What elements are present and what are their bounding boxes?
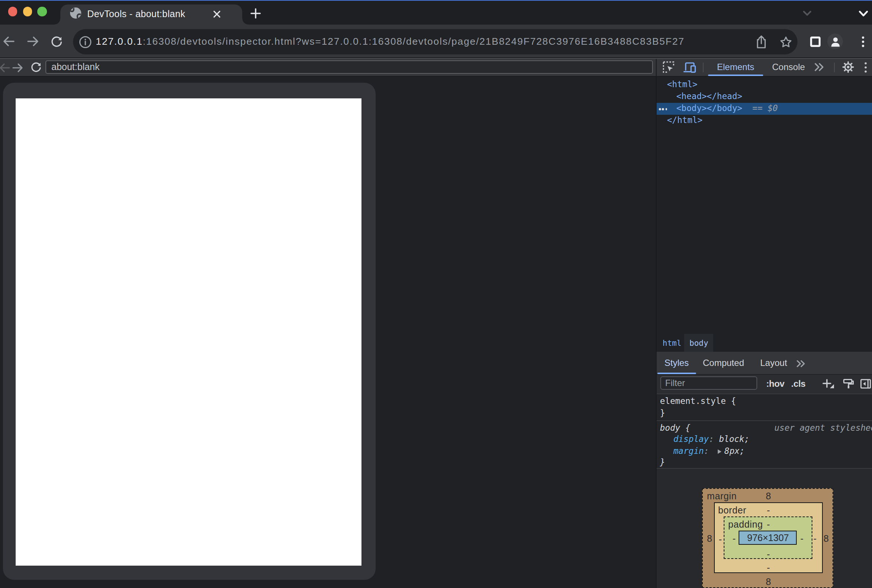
sidebar-tab-styles[interactable]: Styles [665,352,689,373]
breadcrumb-bar: html body [657,334,872,352]
screencast-address-input[interactable]: about:blank [45,60,653,74]
style-declaration-line[interactable]: display: block; [673,434,749,446]
margin-right-value[interactable]: 8 [824,533,829,544]
url-bar[interactable]: 127.0.0.1:16308/devtools/inspector.html?… [73,29,797,54]
tab-foot-right [242,19,248,25]
screencast-reload-icon[interactable] [30,62,42,73]
breadcrumb-body[interactable]: body [684,334,714,352]
info-icon[interactable] [79,35,92,48]
paint-roller-icon[interactable] [843,379,854,389]
user-agent-rule-section[interactable]: user agent stylesheet body { display: bl… [657,420,872,468]
dom-node-body-selected[interactable]: <body></body> == $0 [657,103,872,115]
dom-node-html-open[interactable]: <html> [657,79,872,91]
box-model-padding[interactable]: padding - - - - 976×1307 [724,516,812,559]
screencast-page[interactable] [15,98,362,565]
tab-title: DevTools - about:blank [87,4,185,25]
selector-element-style: element.style [660,396,726,406]
url-text: 127.0.0.1:16308/devtools/inspector.html?… [96,29,684,54]
padding-label: padding [728,519,763,530]
new-style-rule-icon[interactable] [822,379,835,389]
css-property: margin [673,446,704,456]
open-brace: { [726,396,736,406]
dom-tag: <html> [667,80,698,89]
style-rule-line: body { [660,422,690,434]
stylesheet-origin-label: user agent stylesheet [774,422,872,434]
styles-filter-input[interactable]: Filter [660,376,757,390]
new-tab-icon[interactable] [251,8,261,19]
window-close-button[interactable] [8,7,17,16]
padding-top-value[interactable]: - [767,519,770,530]
pseudo-state-toggle[interactable]: :hov [766,375,785,393]
element-class-toggle[interactable]: .cls [791,375,805,393]
share-icon[interactable] [755,34,768,49]
tab-search-chevron-icon[interactable] [858,10,868,17]
browser-menu-kebab-icon[interactable] [861,36,865,48]
padding-right-value[interactable]: - [800,533,803,544]
devtools-splitter[interactable] [656,59,657,588]
screencast-forward-icon[interactable] [12,62,24,74]
colon: : [709,435,719,444]
box-model-margin[interactable]: margin 8 8 8 8 border - - - - padding - … [702,488,833,588]
side-panel-icon[interactable] [810,36,820,46]
padding-left-value[interactable]: - [732,533,735,544]
person-icon [829,35,841,47]
box-model-section: margin 8 8 8 8 border - - - - padding - … [657,468,872,588]
reload-icon[interactable] [51,35,63,47]
style-rule-line: } [660,457,665,468]
tab-close-icon[interactable] [212,10,221,19]
browser-tab[interactable]: DevTools - about:blank [60,4,242,25]
expand-triangle-icon[interactable] [718,449,722,453]
border-top-value[interactable]: - [767,505,770,515]
sidebar-tab-computed[interactable]: Computed [703,352,744,373]
border-left-value[interactable]: - [719,534,722,544]
styles-filter-toolbar: Filter :hov .cls [657,375,872,393]
box-model-content[interactable]: 976×1307 [738,531,796,544]
border-bottom-value[interactable]: - [767,562,770,573]
css-value: block; [719,435,749,444]
equals-hint: == [747,104,767,113]
toggle-sidebar-icon[interactable] [860,379,871,389]
dom-node-html-close[interactable]: </html> [657,115,872,127]
sidebar-more-tabs-chevron-icon[interactable] [796,360,806,368]
forward-icon[interactable] [27,35,39,48]
node-ellipsis-icon[interactable] [659,108,668,110]
css-property: display [673,435,709,444]
window-top-highlight [0,0,872,1]
window-minimize-button[interactable] [23,7,32,16]
url-host: 127.0.0.1 [96,35,143,46]
colon: : [704,446,714,456]
rule-selector: body [660,423,680,433]
dom-node-head[interactable]: <head></head> [657,91,872,103]
style-declaration-line[interactable]: margin: 8px; [673,445,744,457]
element-style-section[interactable]: element.style { } [657,393,872,420]
screencast-back-icon[interactable] [0,62,11,74]
margin-left-value[interactable]: 8 [707,533,712,544]
close-brace: } [660,408,665,418]
margin-label: margin [707,491,737,501]
url-path: :16308/devtools/inspector.html?ws=127.0.… [143,35,684,46]
border-right-value[interactable]: - [813,533,816,544]
globe-icon [70,8,81,19]
breadcrumb-html[interactable]: html [663,334,681,352]
margin-bottom-value[interactable]: 8 [766,576,771,587]
tab-overflow-chevron-icon[interactable] [803,10,812,16]
devtools-window: DevTools - about:blank 127.0.0.1:16308/d… [0,0,872,588]
box-model-border[interactable]: border - - - - padding - - - - 976×1307 [714,502,822,573]
window-zoom-button[interactable] [37,7,47,16]
tab-foot-left [54,19,60,25]
css-value: 8px; [725,446,744,456]
style-rule-line: } [660,408,665,420]
back-icon[interactable] [2,35,15,48]
screencast-viewport [3,83,376,580]
sidebar-tab-layout[interactable]: Layout [760,352,787,373]
margin-top-value[interactable]: 8 [766,491,771,501]
padding-bottom-value[interactable]: - [767,549,770,559]
content-size-value[interactable]: 976×1307 [747,533,789,543]
border-label: border [718,505,746,515]
profile-avatar[interactable] [827,33,843,49]
close-brace: } [660,458,665,467]
dom-tag: <body></body> [676,104,742,113]
style-rule-line: element.style { [660,396,736,408]
dom-tag: <head></head> [676,92,742,101]
bookmark-star-icon[interactable] [780,35,792,48]
